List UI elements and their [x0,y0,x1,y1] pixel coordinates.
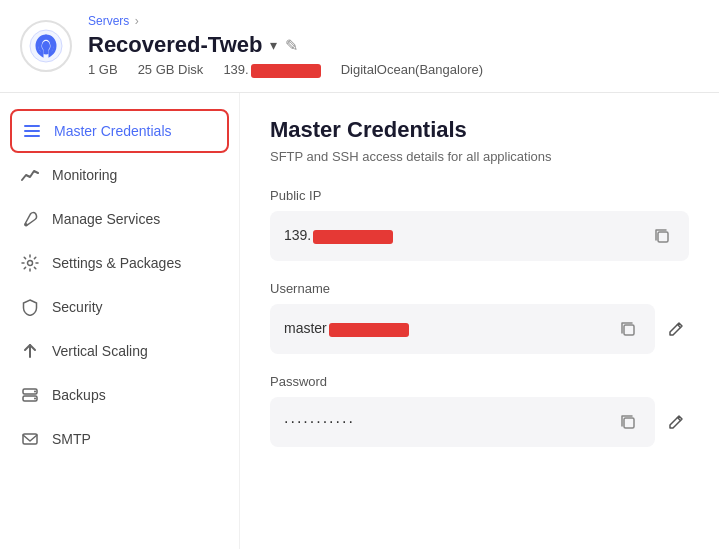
public-ip-input: 139. [270,211,689,261]
username-edit-button[interactable] [663,316,689,342]
breadcrumb-arrow: › [135,14,139,28]
logo-icon [28,28,64,64]
sidebar-item-label: Master Credentials [54,123,172,139]
sidebar-item-label: Monitoring [52,167,117,183]
public-ip-value: 139. [284,227,649,243]
svg-rect-1 [24,125,40,127]
disk-label: 25 GB Disk [138,62,204,77]
username-label: Username [270,281,689,296]
username-copy-button[interactable] [615,316,641,342]
username-section: Username master [270,281,689,354]
server-info: Servers › Recovered-Tweb ▾ ✎ 1 GB 25 GB … [88,14,483,78]
password-input: ··········· [270,397,655,447]
svg-point-8 [34,390,36,392]
svg-rect-3 [24,135,40,137]
sidebar-item-smtp[interactable]: SMTP [0,417,239,461]
public-ip-row: 139. [270,211,689,261]
svg-point-9 [34,397,36,399]
public-ip-copy-button[interactable] [649,223,675,249]
svg-rect-10 [23,434,37,444]
backups-icon [20,385,40,405]
settings-icon [20,253,40,273]
breadcrumb-text: Servers [88,14,129,28]
sidebar-item-monitoring[interactable]: Monitoring [0,153,239,197]
sidebar-item-backups[interactable]: Backups [0,373,239,417]
provider-label: DigitalOcean(Bangalore) [341,62,483,77]
svg-rect-11 [658,232,668,242]
svg-rect-12 [624,325,634,335]
server-name: Recovered-Tweb [88,32,262,58]
sidebar-item-label: Vertical Scaling [52,343,148,359]
breadcrumb[interactable]: Servers › [88,14,483,28]
content-area: Master Credentials SFTP and SSH access d… [240,93,719,549]
username-row: master [270,304,689,354]
server-logo [20,20,72,72]
password-section: Password ··········· [270,374,689,447]
sidebar-item-label: SMTP [52,431,91,447]
ip-label: 139. [223,62,320,78]
sidebar-item-settings-packages[interactable]: Settings & Packages [0,241,239,285]
svg-rect-13 [624,418,634,428]
content-title: Master Credentials [270,117,689,143]
password-value: ··········· [284,413,615,431]
password-edit-button[interactable] [663,409,689,435]
shield-icon [20,297,40,317]
header: Servers › Recovered-Tweb ▾ ✎ 1 GB 25 GB … [0,0,719,93]
sidebar-item-label: Security [52,299,103,315]
username-value: master [284,320,615,336]
sidebar: Master Credentials Monitoring Manage Ser… [0,93,240,549]
username-input: master [270,304,655,354]
svg-point-5 [28,260,33,265]
public-ip-label: Public IP [270,188,689,203]
password-copy-button[interactable] [615,409,641,435]
sidebar-item-vertical-scaling[interactable]: Vertical Scaling [0,329,239,373]
svg-rect-2 [24,130,40,132]
wrench-icon [20,209,40,229]
server-title-row: Recovered-Tweb ▾ ✎ [88,32,483,58]
ram-label: 1 GB [88,62,118,77]
public-ip-section: Public IP 139. [270,188,689,261]
dropdown-icon[interactable]: ▾ [270,37,277,53]
sidebar-item-label: Manage Services [52,211,160,227]
password-row: ··········· [270,397,689,447]
sidebar-item-security[interactable]: Security [0,285,239,329]
svg-point-4 [25,223,28,226]
sidebar-item-manage-services[interactable]: Manage Services [0,197,239,241]
mail-icon [20,429,40,449]
chart-icon [20,165,40,185]
sidebar-item-master-credentials[interactable]: Master Credentials [10,109,229,153]
content-subtitle: SFTP and SSH access details for all appl… [270,149,689,164]
ip-prefix: 139. [223,62,248,77]
arrow-up-icon [20,341,40,361]
ip-value-text: 139. [284,227,311,243]
sidebar-item-label: Backups [52,387,106,403]
list-icon [22,121,42,141]
server-meta: 1 GB 25 GB Disk 139. DigitalOcean(Bangal… [88,62,483,78]
ip-redacted [251,64,321,78]
main-layout: Master Credentials Monitoring Manage Ser… [0,93,719,549]
username-value-redacted [329,323,409,337]
sidebar-item-label: Settings & Packages [52,255,181,271]
server-edit-icon[interactable]: ✎ [285,36,298,55]
username-value-text: master [284,320,327,336]
ip-value-redacted [313,230,393,244]
password-label: Password [270,374,689,389]
